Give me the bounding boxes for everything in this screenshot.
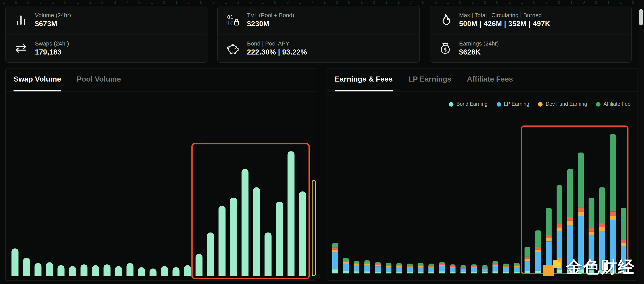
dashboard-page: 1 0 0 7 1 0 1 1 0 0 7 0 1 0 1 7 0 0 1 1 … (0, 0, 644, 284)
volume-bar[interactable] (23, 258, 30, 276)
legend-dot (596, 102, 601, 106)
legend-item-dev-fund-earning[interactable]: Dev Fund Earning (538, 101, 587, 107)
earnings-stacked-bar[interactable] (428, 264, 434, 274)
legend-dot (538, 102, 543, 106)
volume-bar[interactable] (242, 169, 249, 276)
tvl-apy-card: 01 1C TVL (Pool + Bond) $230M (218, 6, 420, 63)
tab-pool-volume[interactable]: Pool Volume (77, 68, 121, 91)
stat-label: TVL (Pool + Bond) (247, 12, 294, 18)
volume-bar[interactable] (264, 232, 272, 276)
earnings-stacked-bar[interactable] (482, 265, 488, 274)
volume-bar[interactable] (218, 206, 226, 276)
volume-bar[interactable] (12, 248, 18, 276)
volume-bar[interactable] (92, 265, 99, 276)
flame-icon (438, 12, 453, 28)
stat-label: Swaps (24hr) (35, 40, 69, 47)
legend-label: Dev Fund Earning (546, 101, 587, 107)
earnings-stacked-bar[interactable] (450, 265, 456, 274)
earnings-panel: Earnings & Fees LP Earnings Affiliate Fe… (327, 68, 638, 281)
earnings-stacked-bar[interactable] (492, 261, 498, 274)
piggy-bank-icon (225, 41, 241, 56)
earnings-stacked-bar[interactable] (396, 263, 402, 274)
stat-value: $230M (247, 20, 294, 28)
volume-bar[interactable] (230, 198, 237, 276)
volume-bar[interactable] (276, 202, 283, 276)
earnings-stacked-bar[interactable] (439, 262, 445, 274)
svg-text:$: $ (444, 47, 447, 53)
volume-bar[interactable] (196, 254, 203, 276)
volume-bar[interactable] (288, 151, 295, 276)
stat-label: Bond | Pool APY (247, 40, 307, 47)
volume-bar[interactable] (207, 232, 214, 276)
earnings-stacked-bar[interactable] (525, 247, 530, 274)
tab-earnings-fees[interactable]: Earnings & Fees (335, 68, 393, 91)
volume-bar[interactable] (172, 267, 180, 276)
volume-bar[interactable] (126, 263, 134, 276)
stats-card-row: Volume (24hr) $673M Swaps (24hr) 179,183 (5, 6, 632, 63)
volume-bar[interactable] (69, 266, 76, 276)
legend-item-affiliate-fee[interactable]: Affiliate Fee (596, 101, 630, 107)
binary-lock-icon: 01 1C (225, 12, 241, 28)
watermark: 金色财经 (543, 256, 635, 279)
stat-value: 500M | 426M | 352M | 497K (459, 20, 550, 28)
earnings-stacked-bar[interactable] (535, 230, 541, 274)
earnings-stacked-bar[interactable] (407, 264, 413, 274)
earnings-stacked-bar[interactable] (343, 258, 349, 274)
earnings-stacked-bar[interactable] (354, 261, 360, 274)
golden-finance-logo-icon (543, 258, 562, 277)
earnings-stacked-bar[interactable] (386, 263, 392, 273)
volume-bar[interactable] (58, 265, 64, 276)
volume-bar[interactable] (161, 266, 168, 276)
volume-bar[interactable] (80, 265, 88, 276)
earnings-stacked-bar[interactable] (375, 262, 381, 274)
stat-value: 179,183 (35, 48, 69, 56)
earnings-stacked-bar[interactable] (503, 264, 509, 274)
stat-row: Swaps (24hr) 179,183 (6, 34, 207, 62)
scrollbar-track[interactable] (638, 0, 644, 284)
scrollbar-thumb[interactable] (639, 9, 643, 25)
stat-label: Volume (24hr) (35, 12, 71, 18)
supply-earnings-card: Max | Total | Circulating | Burned 500M … (430, 6, 632, 63)
tab-lp-earnings[interactable]: LP Earnings (408, 68, 451, 91)
hollow-volume-bar[interactable] (312, 180, 316, 276)
legend-item-lp-earning[interactable]: LP Earning (496, 101, 529, 107)
volume-swaps-card: Volume (24hr) $673M Swaps (24hr) 179,183 (5, 6, 208, 63)
stat-label: Max | Total | Circulating | Burned (459, 12, 550, 18)
earnings-stacked-bar[interactable] (364, 260, 370, 274)
stat-row: Volume (24hr) $673M (6, 6, 207, 34)
tab-swap-volume[interactable]: Swap Volume (14, 68, 61, 91)
legend-item-bond-earning[interactable]: Bond Earning (449, 101, 488, 107)
volume-bar[interactable] (115, 266, 122, 276)
earnings-stacked-bar[interactable] (610, 134, 616, 274)
earnings-stacked-bar[interactable] (578, 152, 584, 274)
stat-row: Bond | Pool APY 222.30% | 93.22% (218, 34, 419, 62)
legend-dot (496, 102, 501, 106)
volume-bar[interactable] (150, 269, 156, 276)
legend-label: LP Earning (504, 101, 529, 107)
volume-bar[interactable] (299, 191, 306, 276)
stat-value: $628K (459, 48, 499, 56)
tab-affiliate-fees[interactable]: Affiliate Fees (467, 68, 513, 91)
svg-text:01: 01 (227, 14, 234, 20)
volume-bar[interactable] (184, 265, 191, 276)
volume-bar[interactable] (46, 263, 53, 276)
earnings-legend: Bond Earning LP Earning Dev Fund Earning… (449, 101, 630, 107)
earnings-stacked-bar[interactable] (460, 265, 466, 274)
swap-arrows-icon (13, 41, 29, 56)
earnings-stacked-bar[interactable] (418, 263, 424, 273)
svg-text:1C: 1C (227, 20, 234, 27)
swap-volume-chart[interactable] (12, 92, 314, 276)
stat-value: 222.30% | 93.22% (247, 48, 307, 56)
earnings-panel-tabs: Earnings & Fees LP Earnings Affiliate Fe… (327, 68, 637, 92)
earnings-stacked-bar[interactable] (332, 243, 338, 274)
earnings-chart[interactable] (332, 97, 635, 274)
earnings-stacked-bar[interactable] (514, 263, 520, 273)
bar-chart-icon (13, 12, 29, 28)
volume-bar[interactable] (138, 267, 145, 276)
volume-bar[interactable] (34, 263, 42, 276)
volume-bar[interactable] (104, 265, 110, 276)
legend-label: Bond Earning (456, 101, 488, 107)
stat-value: $673M (35, 20, 71, 28)
earnings-stacked-bar[interactable] (471, 265, 477, 274)
volume-bar[interactable] (253, 187, 260, 276)
